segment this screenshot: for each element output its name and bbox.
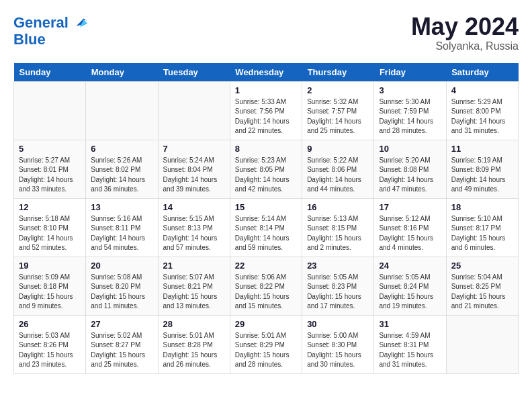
month-title: May 2024	[411, 13, 519, 40]
calendar-cell: 9Sunrise: 5:22 AMSunset: 8:06 PMDaylight…	[302, 140, 374, 198]
week-row-2: 5Sunrise: 5:27 AMSunset: 8:01 PMDaylight…	[14, 140, 519, 198]
day-info: Sunrise: 5:01 AMSunset: 8:28 PMDaylight:…	[163, 331, 225, 370]
header-thursday: Thursday	[302, 63, 374, 82]
day-number: 15	[235, 202, 297, 212]
day-number: 24	[379, 261, 441, 271]
header-saturday: Saturday	[446, 63, 518, 82]
calendar-cell: 28Sunrise: 5:01 AMSunset: 8:28 PMDayligh…	[158, 315, 230, 373]
day-info: Sunrise: 5:05 AMSunset: 8:24 PMDaylight:…	[379, 273, 441, 312]
calendar-cell: 7Sunrise: 5:24 AMSunset: 8:04 PMDaylight…	[158, 140, 230, 198]
calendar-cell: 26Sunrise: 5:03 AMSunset: 8:26 PMDayligh…	[14, 315, 86, 373]
calendar-cell: 16Sunrise: 5:13 AMSunset: 8:15 PMDayligh…	[302, 198, 374, 257]
day-info: Sunrise: 5:03 AMSunset: 8:26 PMDaylight:…	[19, 331, 81, 370]
calendar-cell: 24Sunrise: 5:05 AMSunset: 8:24 PMDayligh…	[374, 257, 446, 315]
day-info: Sunrise: 5:12 AMSunset: 8:16 PMDaylight:…	[379, 214, 441, 253]
calendar-cell: 29Sunrise: 5:01 AMSunset: 8:29 PMDayligh…	[230, 315, 302, 373]
week-row-1: 1Sunrise: 5:33 AMSunset: 7:56 PMDaylight…	[14, 81, 519, 140]
header-friday: Friday	[374, 63, 446, 82]
calendar-cell: 2Sunrise: 5:32 AMSunset: 7:57 PMDaylight…	[302, 81, 374, 140]
day-info: Sunrise: 5:19 AMSunset: 8:09 PMDaylight:…	[451, 156, 513, 195]
calendar-cell	[86, 81, 158, 140]
day-info: Sunrise: 5:09 AMSunset: 8:18 PMDaylight:…	[19, 273, 81, 312]
week-row-5: 26Sunrise: 5:03 AMSunset: 8:26 PMDayligh…	[14, 315, 519, 373]
day-info: Sunrise: 5:22 AMSunset: 8:06 PMDaylight:…	[307, 156, 369, 195]
calendar-cell: 15Sunrise: 5:14 AMSunset: 8:14 PMDayligh…	[230, 198, 302, 257]
day-number: 19	[19, 261, 81, 271]
calendar-cell: 25Sunrise: 5:04 AMSunset: 8:25 PMDayligh…	[446, 257, 518, 315]
day-number: 4	[451, 85, 513, 95]
calendar-cell: 30Sunrise: 5:00 AMSunset: 8:30 PMDayligh…	[302, 315, 374, 373]
day-number: 3	[379, 85, 441, 95]
calendar-cell: 13Sunrise: 5:16 AMSunset: 8:11 PMDayligh…	[86, 198, 158, 257]
location: Solyanka, Russia	[411, 40, 519, 52]
title-block: May 2024 Solyanka, Russia	[411, 13, 519, 52]
day-number: 9	[307, 144, 369, 154]
day-number: 22	[235, 261, 297, 271]
day-number: 28	[163, 319, 225, 329]
calendar-cell: 27Sunrise: 5:02 AMSunset: 8:27 PMDayligh…	[86, 315, 158, 373]
day-info: Sunrise: 5:01 AMSunset: 8:29 PMDaylight:…	[235, 331, 297, 370]
day-number: 1	[235, 85, 297, 95]
day-number: 23	[307, 261, 369, 271]
day-number: 31	[379, 319, 441, 329]
day-info: Sunrise: 5:24 AMSunset: 8:04 PMDaylight:…	[163, 156, 225, 195]
calendar-cell: 31Sunrise: 4:59 AMSunset: 8:31 PMDayligh…	[374, 315, 446, 373]
header-row: SundayMondayTuesdayWednesdayThursdayFrid…	[14, 63, 519, 82]
day-number: 21	[163, 261, 225, 271]
day-number: 5	[19, 144, 81, 154]
calendar-cell: 20Sunrise: 5:08 AMSunset: 8:20 PMDayligh…	[86, 257, 158, 315]
calendar-cell	[158, 81, 230, 140]
day-number: 8	[235, 144, 297, 154]
week-row-3: 12Sunrise: 5:18 AMSunset: 8:10 PMDayligh…	[14, 198, 519, 257]
day-number: 18	[451, 202, 513, 212]
day-info: Sunrise: 5:32 AMSunset: 7:57 PMDaylight:…	[307, 97, 369, 136]
calendar-cell: 19Sunrise: 5:09 AMSunset: 8:18 PMDayligh…	[14, 257, 86, 315]
day-info: Sunrise: 5:30 AMSunset: 7:59 PMDaylight:…	[379, 97, 441, 136]
day-info: Sunrise: 5:23 AMSunset: 8:05 PMDaylight:…	[235, 156, 297, 195]
day-info: Sunrise: 5:14 AMSunset: 8:14 PMDaylight:…	[235, 214, 297, 253]
day-number: 6	[91, 144, 152, 154]
calendar-cell: 11Sunrise: 5:19 AMSunset: 8:09 PMDayligh…	[446, 140, 518, 198]
day-number: 20	[91, 261, 152, 271]
day-number: 29	[235, 319, 297, 329]
calendar-cell: 18Sunrise: 5:10 AMSunset: 8:17 PMDayligh…	[446, 198, 518, 257]
day-info: Sunrise: 5:00 AMSunset: 8:30 PMDaylight:…	[307, 331, 369, 370]
day-number: 10	[379, 144, 441, 154]
day-info: Sunrise: 5:15 AMSunset: 8:13 PMDaylight:…	[163, 214, 225, 253]
calendar-cell: 10Sunrise: 5:20 AMSunset: 8:08 PMDayligh…	[374, 140, 446, 198]
logo-bird-icon	[71, 13, 90, 32]
day-info: Sunrise: 5:18 AMSunset: 8:10 PMDaylight:…	[19, 214, 81, 253]
day-info: Sunrise: 4:59 AMSunset: 8:31 PMDaylight:…	[379, 331, 441, 370]
calendar-cell	[14, 81, 86, 140]
calendar-cell	[446, 315, 518, 373]
calendar-cell: 17Sunrise: 5:12 AMSunset: 8:16 PMDayligh…	[374, 198, 446, 257]
header-sunday: Sunday	[14, 63, 86, 82]
day-info: Sunrise: 5:27 AMSunset: 8:01 PMDaylight:…	[19, 156, 81, 195]
day-number: 13	[91, 202, 152, 212]
day-info: Sunrise: 5:06 AMSunset: 8:22 PMDaylight:…	[235, 273, 297, 312]
day-number: 11	[451, 144, 513, 154]
header-tuesday: Tuesday	[158, 63, 230, 82]
logo: General Blue	[13, 13, 90, 47]
header-wednesday: Wednesday	[230, 63, 302, 82]
day-info: Sunrise: 5:33 AMSunset: 7:56 PMDaylight:…	[235, 97, 297, 136]
day-number: 17	[379, 202, 441, 212]
day-number: 2	[307, 85, 369, 95]
calendar-cell: 3Sunrise: 5:30 AMSunset: 7:59 PMDaylight…	[374, 81, 446, 140]
day-number: 14	[163, 202, 225, 212]
day-info: Sunrise: 5:08 AMSunset: 8:20 PMDaylight:…	[91, 273, 152, 312]
calendar-cell: 5Sunrise: 5:27 AMSunset: 8:01 PMDaylight…	[14, 140, 86, 198]
day-number: 27	[91, 319, 152, 329]
page-header: General Blue May 2024 Solyanka, Russia	[13, 13, 519, 52]
calendar-cell: 12Sunrise: 5:18 AMSunset: 8:10 PMDayligh…	[14, 198, 86, 257]
week-row-4: 19Sunrise: 5:09 AMSunset: 8:18 PMDayligh…	[14, 257, 519, 315]
day-info: Sunrise: 5:13 AMSunset: 8:15 PMDaylight:…	[307, 214, 369, 253]
day-number: 12	[19, 202, 81, 212]
day-info: Sunrise: 5:05 AMSunset: 8:23 PMDaylight:…	[307, 273, 369, 312]
calendar-cell: 4Sunrise: 5:29 AMSunset: 8:00 PMDaylight…	[446, 81, 518, 140]
day-number: 26	[19, 319, 81, 329]
logo-general: General	[13, 14, 69, 31]
calendar-cell: 1Sunrise: 5:33 AMSunset: 7:56 PMDaylight…	[230, 81, 302, 140]
calendar-cell: 23Sunrise: 5:05 AMSunset: 8:23 PMDayligh…	[302, 257, 374, 315]
day-info: Sunrise: 5:16 AMSunset: 8:11 PMDaylight:…	[91, 214, 152, 253]
